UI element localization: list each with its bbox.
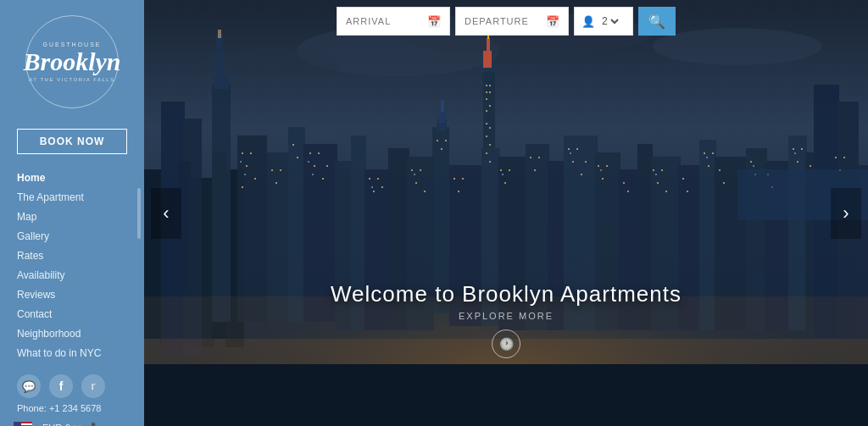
svg-rect-119 bbox=[598, 165, 599, 167]
svg-rect-77 bbox=[486, 152, 487, 154]
svg-rect-76 bbox=[489, 144, 491, 146]
nav-link-map[interactable]: Map bbox=[17, 211, 36, 223]
nav-link-home[interactable]: Home bbox=[17, 172, 45, 184]
svg-rect-72 bbox=[489, 105, 491, 107]
nav-item-what-to-do[interactable]: What to do in NYC bbox=[17, 345, 144, 360]
svg-rect-114 bbox=[568, 148, 570, 150]
hero-skyline-svg bbox=[144, 0, 868, 426]
nav-item-rates[interactable]: Rates bbox=[17, 247, 144, 263]
svg-rect-81 bbox=[250, 152, 252, 154]
svg-rect-122 bbox=[623, 182, 625, 184]
booking-bar: 📅 📅 👤 1 2 3 4 5 🔍 bbox=[337, 0, 676, 42]
svg-rect-135 bbox=[750, 161, 752, 163]
welcome-subtext: EXPLORE MORE bbox=[331, 311, 682, 321]
flag-icon[interactable] bbox=[14, 422, 32, 426]
search-icon: 🔍 bbox=[648, 14, 665, 30]
guests-person-icon: 👤 bbox=[581, 15, 595, 28]
svg-rect-154 bbox=[600, 169, 602, 171]
nav-link-gallery[interactable]: Gallery bbox=[17, 230, 49, 242]
nav-link-availability[interactable]: Availability bbox=[17, 269, 64, 281]
guests-select[interactable]: 1 2 3 4 5 bbox=[598, 14, 621, 28]
arrival-field[interactable]: 📅 bbox=[337, 7, 450, 36]
sidebar-scrollbar[interactable] bbox=[137, 188, 141, 239]
nav-item-home[interactable]: Home bbox=[17, 169, 144, 185]
main-content: 📅 📅 👤 1 2 3 4 5 🔍 ‹ › Welcome to Brookly bbox=[144, 0, 868, 426]
nav-item-reviews[interactable]: Reviews bbox=[17, 286, 144, 302]
svg-rect-106 bbox=[458, 191, 459, 192]
book-now-button[interactable]: BOOK NOW bbox=[17, 129, 128, 154]
svg-rect-87 bbox=[292, 144, 294, 146]
svg-rect-163 bbox=[144, 364, 868, 426]
svg-rect-36 bbox=[288, 127, 305, 322]
carousel-next-button[interactable]: › bbox=[831, 188, 861, 239]
svg-rect-29 bbox=[441, 100, 444, 112]
nav-item-gallery[interactable]: Gallery bbox=[17, 228, 144, 243]
departure-calendar-icon[interactable]: 📅 bbox=[546, 15, 559, 28]
departure-field[interactable]: 📅 bbox=[455, 7, 569, 36]
chat-icon[interactable]: 💬 bbox=[17, 374, 41, 398]
svg-rect-100 bbox=[420, 169, 421, 171]
svg-rect-158 bbox=[794, 152, 796, 154]
nav-item-contact[interactable]: Contact bbox=[17, 306, 144, 321]
svg-rect-149 bbox=[312, 174, 314, 175]
svg-rect-8 bbox=[14, 422, 21, 426]
svg-rect-101 bbox=[424, 191, 426, 192]
logo-area: GUESTHOUSE Brooklyn AT THE VICTORIA FALL… bbox=[0, 0, 144, 117]
nav-link-what-to-do[interactable]: What to do in NYC bbox=[17, 347, 101, 359]
arrival-calendar-icon[interactable]: 📅 bbox=[427, 15, 441, 28]
svg-rect-128 bbox=[682, 178, 684, 180]
phone-icon[interactable]: 📞 bbox=[91, 422, 103, 426]
scroll-down-button[interactable]: 🕐 bbox=[492, 329, 520, 358]
nav-item-availability[interactable]: Availability bbox=[17, 267, 144, 282]
svg-rect-124 bbox=[653, 169, 654, 171]
nav-item-neighborhood[interactable]: Neighborhood bbox=[17, 325, 144, 340]
guests-field[interactable]: 👤 1 2 3 4 5 bbox=[574, 7, 633, 36]
logo-circle: GUESTHOUSE Brooklyn AT THE VICTORIA FALL… bbox=[25, 15, 119, 108]
nav-link-contact[interactable]: Contact bbox=[17, 308, 52, 320]
svg-rect-67 bbox=[489, 85, 491, 86]
svg-rect-107 bbox=[462, 178, 464, 180]
svg-rect-97 bbox=[381, 186, 383, 188]
svg-rect-86 bbox=[280, 169, 281, 171]
svg-rect-34 bbox=[237, 136, 267, 322]
svg-rect-134 bbox=[723, 182, 725, 184]
nav-link-rates[interactable]: Rates bbox=[17, 250, 43, 262]
svg-rect-127 bbox=[665, 191, 667, 192]
svg-rect-104 bbox=[445, 140, 447, 141]
svg-rect-126 bbox=[661, 169, 663, 171]
twitter-icon[interactable]: 𝕣 bbox=[81, 374, 105, 398]
departure-input[interactable] bbox=[465, 16, 541, 26]
phone-label: Phone: bbox=[17, 403, 47, 413]
bottom-bar: USD $ EUR € GBP £ 📞 bbox=[0, 418, 103, 426]
svg-rect-121 bbox=[606, 165, 608, 167]
svg-rect-156 bbox=[706, 157, 708, 158]
svg-rect-105 bbox=[453, 178, 455, 180]
svg-rect-112 bbox=[534, 169, 536, 171]
facebook-icon[interactable]: f bbox=[49, 374, 73, 398]
svg-rect-92 bbox=[322, 178, 324, 180]
arrival-input[interactable] bbox=[346, 16, 422, 26]
nav-item-apartment[interactable]: The Apartment bbox=[17, 189, 144, 204]
svg-rect-110 bbox=[509, 169, 510, 171]
logo-subtitle: AT THE VICTORIA FALLS bbox=[29, 77, 114, 82]
svg-rect-85 bbox=[275, 182, 277, 184]
currency-select[interactable]: USD $ EUR € GBP £ bbox=[39, 422, 84, 426]
logo-guesthouse: GUESTHOUSE bbox=[42, 41, 101, 47]
nav-link-reviews[interactable]: Reviews bbox=[17, 289, 55, 301]
nav-link-neighborhood[interactable]: Neighborhood bbox=[17, 328, 81, 340]
svg-rect-102 bbox=[437, 140, 438, 141]
svg-rect-153 bbox=[570, 152, 571, 154]
carousel-prev-button[interactable]: ‹ bbox=[151, 188, 181, 239]
search-button[interactable]: 🔍 bbox=[638, 7, 676, 36]
svg-rect-150 bbox=[371, 186, 373, 188]
svg-rect-93 bbox=[326, 165, 328, 167]
svg-rect-90 bbox=[314, 165, 315, 167]
svg-rect-123 bbox=[627, 191, 629, 192]
svg-rect-142 bbox=[810, 165, 811, 167]
nav-item-map[interactable]: Map bbox=[17, 208, 144, 224]
nav-link-apartment[interactable]: The Apartment bbox=[17, 191, 84, 203]
svg-rect-152 bbox=[502, 174, 504, 175]
scroll-down-section: 🕐 bbox=[331, 329, 682, 358]
svg-rect-133 bbox=[719, 169, 721, 171]
svg-rect-28 bbox=[439, 110, 445, 123]
